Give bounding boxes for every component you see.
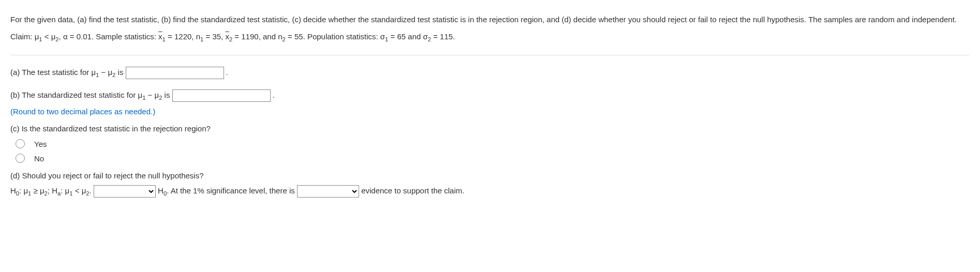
answer-section: (a) The test statistic for μ1 − μ2 is . …: [10, 55, 970, 209]
part-d-select-1[interactable]: [94, 185, 156, 198]
option-label: Yes: [34, 140, 47, 148]
part-c-options: Yes No: [10, 139, 970, 163]
claim-text: Claim: μ1 < μ2, α = 0.01. Sample statist…: [10, 31, 970, 44]
part-c-option-no[interactable]: No: [16, 154, 970, 163]
part-c-question: (c) Is the standardized test statistic i…: [10, 124, 970, 133]
part-d-select-2[interactable]: [297, 185, 359, 198]
part-b: (b) The standardized test statistic for …: [10, 89, 970, 102]
part-a-input[interactable]: [126, 67, 224, 79]
part-b-hint: (Round to two decimal places as needed.): [10, 107, 970, 116]
part-a: (a) The test statistic for μ1 − μ2 is .: [10, 67, 970, 79]
radio-icon: [16, 139, 25, 148]
period: .: [273, 90, 275, 99]
option-label: No: [34, 154, 44, 163]
part-d-answer: H0: μ1 ≥ μ2; Ha: μ1 < μ2. H0. At the 1% …: [10, 185, 970, 198]
problem-statement: For the given data, (a) find the test st…: [10, 5, 970, 55]
period: .: [226, 68, 228, 77]
part-d-question: (d) Should you reject or fail to reject …: [10, 171, 970, 180]
part-c-option-yes[interactable]: Yes: [16, 139, 970, 148]
intro-text: For the given data, (a) find the test st…: [10, 14, 970, 26]
radio-icon: [16, 154, 25, 163]
part-b-input[interactable]: [172, 89, 271, 102]
